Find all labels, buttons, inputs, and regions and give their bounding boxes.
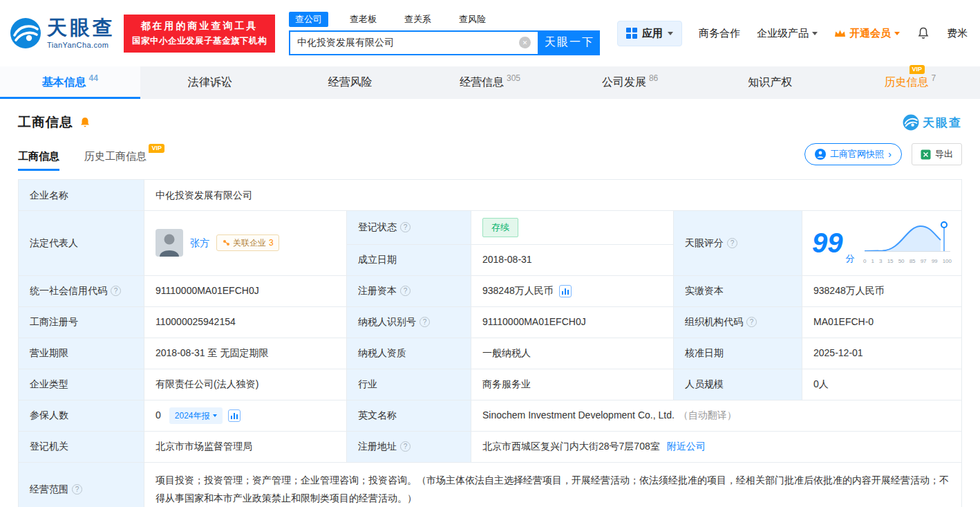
search-tab-risk[interactable]: 查风险 [453, 12, 492, 27]
logo-text: 天眼查 [47, 18, 115, 38]
person-badge-icon [815, 149, 826, 160]
subscribe-bell-icon[interactable] [79, 116, 91, 129]
subtab-history-business-info[interactable]: 历史工商信息 VIP [84, 150, 147, 171]
axis-tick: 0 [863, 257, 866, 266]
tab-operating-info[interactable]: 经营信息 305 [420, 66, 560, 99]
menu-enterprise-label: 企业级产品 [757, 27, 809, 40]
help-icon[interactable] [72, 484, 82, 495]
report-chart-icon[interactable] [228, 409, 241, 422]
help-icon[interactable] [111, 286, 121, 296]
axis-tick: 3 [879, 257, 882, 266]
registered-capital-label: 注册资本 [347, 276, 471, 307]
registry-authority-value: 北京市市场监督管理局 [144, 432, 347, 463]
english-name-label: 英文名称 [347, 400, 471, 432]
address-value: 北京市西城区复兴门内大街28号7层708室 附近公司 [471, 432, 962, 463]
export-label: 导出 [935, 148, 953, 160]
tab-label: 知识产权 [748, 75, 792, 90]
capital-structure-icon[interactable] [559, 285, 572, 297]
official-snapshot-button[interactable]: 工商官网快照 [804, 143, 902, 165]
tab-basic-info[interactable]: 基本信息 44 [0, 66, 140, 99]
company-type-label: 企业类型 [19, 369, 144, 400]
annual-report-tag[interactable]: 2024年报 [169, 407, 223, 424]
notification-bell-icon[interactable] [916, 26, 930, 40]
tab-legal-proceedings[interactable]: 法律诉讼 [140, 66, 281, 99]
search-button[interactable]: 天眼一下 [539, 30, 600, 55]
tab-label: 法律诉讼 [188, 75, 232, 90]
search-tab-boss[interactable]: 查老板 [343, 12, 383, 27]
tab-history-info[interactable]: 历史信息 VIP 7 [840, 66, 980, 99]
vip-badge: VIP [910, 65, 925, 74]
status-badge: 存续 [482, 218, 518, 237]
registry-authority-label: 登记机关 [19, 432, 144, 463]
legal-rep-label: 法定代表人 [19, 211, 144, 276]
established-label: 成立日期 [347, 245, 471, 276]
taxpayer-id-label: 纳税人识别号 [347, 307, 471, 338]
business-scope-value: 项目投资；投资管理；资产管理；企业管理咨询；投资咨询。（市场主体依法自主选择经营… [144, 463, 962, 507]
tab-count: 305 [507, 73, 520, 83]
org-code-label: 组织机构代码 [674, 307, 802, 338]
axis-tick: 50 [898, 257, 905, 266]
axis-tick: 85 [910, 257, 916, 266]
menu-user-name[interactable]: 费米 [947, 27, 968, 40]
logo-text-block: 天眼查 TianYanCha.com [47, 18, 115, 49]
taxpayer-quality-label: 纳税人资质 [347, 338, 471, 369]
address-label: 注册地址 [347, 432, 471, 463]
tab-operating-risk[interactable]: 经营风险 [280, 66, 420, 99]
menu-business-cooperation[interactable]: 商务合作 [699, 27, 740, 40]
company-name-value: 中化投资发展有限公司 [144, 180, 962, 211]
watermark-text: 天眼查 [923, 115, 962, 131]
taxpayer-id-value: 91110000MA01EFCH0J [471, 307, 674, 338]
english-name-value: Sinochem Investment Development Co., Ltd… [471, 400, 962, 432]
section-title: 工商信息 [18, 113, 73, 131]
apps-label: 应用 [642, 27, 663, 40]
table-actions: 工商官网快照 导出 [804, 143, 962, 171]
business-info-section: 工商信息 天眼查 工商信息 历史工商信息 VIP [0, 113, 980, 507]
apps-button[interactable]: 应用 [617, 21, 682, 46]
apps-grid-icon [626, 28, 637, 39]
help-icon[interactable] [746, 317, 757, 327]
related-count: 3 [269, 237, 274, 249]
help-icon[interactable] [727, 238, 737, 248]
menu-open-vip[interactable]: 开通会员 [834, 27, 900, 40]
legal-rep-avatar[interactable] [156, 229, 183, 257]
uscc-value: 91110000MA01EFCH0J [144, 276, 347, 307]
search-input[interactable] [297, 37, 519, 48]
tianyan-score-value: 99 分 0 1 3 15 50 85 97 99 [802, 211, 962, 276]
insured-count-value: 0 2024年报 [144, 400, 347, 432]
search-tabs: 查公司 查老板 查关系 查风险 [289, 12, 600, 27]
tianyan-score-label: 天眼评分 [674, 211, 802, 276]
business-term-value: 2018-08-31 至 无固定期限 [144, 338, 347, 369]
help-icon[interactable] [400, 441, 411, 452]
help-icon[interactable] [400, 222, 411, 232]
established-value: 2018-08-31 [471, 245, 674, 276]
help-icon[interactable] [400, 286, 411, 296]
subtab-business-info[interactable]: 工商信息 [18, 150, 59, 171]
org-code-value: MA01EFCH-0 [802, 307, 962, 338]
approval-date-label: 核准日期 [674, 338, 802, 369]
help-icon[interactable] [420, 317, 430, 327]
tab-intellectual-property[interactable]: 知识产权 [700, 66, 840, 99]
nearby-companies-link[interactable]: 附近公司 [667, 439, 706, 454]
chevron-down-icon [894, 32, 900, 35]
snapshot-label: 工商官网快照 [830, 148, 884, 160]
tianyancha-logo[interactable]: 天眼查 TianYanCha.com [10, 17, 115, 49]
score-axis: 0 1 3 15 50 85 97 99 100 [863, 257, 952, 266]
vip-badge: VIP [149, 144, 164, 153]
export-button[interactable]: 导出 [912, 143, 962, 165]
excel-icon [921, 149, 931, 160]
reg-number-value: 110000025942154 [144, 307, 347, 338]
paidin-capital-value: 938248万人民币 [802, 276, 962, 307]
taxpayer-quality-value: 一般纳税人 [471, 338, 674, 369]
search-tab-relation[interactable]: 查关系 [398, 12, 437, 27]
clear-search-icon[interactable] [519, 37, 531, 48]
business-scope-label: 经营范围 [19, 463, 144, 507]
menu-enterprise-products[interactable]: 企业级产品 [757, 27, 818, 40]
related-companies-tag[interactable]: 关联企业 3 [216, 234, 279, 251]
industry-label: 行业 [347, 369, 471, 400]
tab-label: 基本信息 [42, 75, 86, 90]
approval-date-value: 2025-12-01 [802, 338, 962, 369]
tab-company-development[interactable]: 公司发展 86 [560, 66, 700, 99]
search-tab-company[interactable]: 查公司 [289, 12, 328, 27]
chevron-down-icon [668, 32, 673, 35]
legal-rep-name-link[interactable]: 张方 [190, 236, 209, 250]
